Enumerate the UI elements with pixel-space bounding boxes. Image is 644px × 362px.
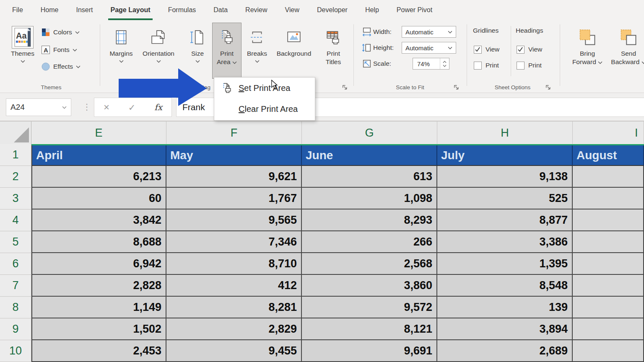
tab-review[interactable]: Review xyxy=(236,0,276,20)
cell-I2[interactable] xyxy=(573,166,644,188)
cell-G9[interactable]: 8,121 xyxy=(302,318,437,340)
row-header-6[interactable]: 6 xyxy=(0,253,31,275)
cell-E9[interactable]: 1,502 xyxy=(31,318,166,340)
page-setup-dialog-launcher[interactable] xyxy=(342,84,348,90)
cell-F5[interactable]: 7,346 xyxy=(166,231,302,253)
cell-G3[interactable]: 1,098 xyxy=(302,188,437,209)
tab-power-pivot[interactable]: Power Pivot xyxy=(388,0,441,20)
cancel-icon[interactable]: × xyxy=(104,102,109,112)
tab-file[interactable]: File xyxy=(3,0,32,20)
colors-button[interactable]: Colors xyxy=(41,25,80,39)
set-print-area-item[interactable]: Set Print Area xyxy=(214,78,315,98)
formula-bar-handle[interactable]: ⋮ xyxy=(83,102,91,112)
cell-F10[interactable]: 9,455 xyxy=(166,340,302,362)
tab-formulas[interactable]: Formulas xyxy=(159,0,205,20)
cell-H9[interactable]: 3,894 xyxy=(437,318,573,340)
cell-F9[interactable]: 2,829 xyxy=(166,318,302,340)
row-header-8[interactable]: 8 xyxy=(0,297,31,318)
tab-home[interactable]: Home xyxy=(32,0,68,20)
enter-icon[interactable]: ✓ xyxy=(128,103,136,112)
breaks-button[interactable]: Breaks xyxy=(245,23,269,80)
cell-G8[interactable]: 9,572 xyxy=(302,297,437,318)
cell-H8[interactable]: 139 xyxy=(437,297,573,318)
cell-I10[interactable] xyxy=(573,340,644,362)
cell-I1[interactable]: August xyxy=(573,145,644,166)
cell-E6[interactable]: 6,942 xyxy=(31,253,166,275)
cell-H7[interactable]: 8,548 xyxy=(437,275,573,297)
cell-I3[interactable] xyxy=(573,188,644,209)
cell-E8[interactable]: 1,149 xyxy=(31,297,166,318)
row-header-1[interactable]: 1 xyxy=(0,144,31,166)
cell-G4[interactable]: 8,293 xyxy=(302,209,437,231)
print-area-button[interactable]: Print Area xyxy=(212,23,242,79)
column-header-I[interactable]: I xyxy=(573,122,644,144)
cell-G1[interactable]: June xyxy=(302,145,437,166)
column-header-H[interactable]: H xyxy=(437,122,573,144)
row-header-10[interactable]: 10 xyxy=(0,340,31,362)
cell-E1[interactable]: April xyxy=(31,145,166,166)
orientation-button[interactable]: Orientation xyxy=(137,23,180,80)
cell-I4[interactable] xyxy=(573,209,644,231)
cell-E10[interactable]: 2,453 xyxy=(31,340,166,362)
effects-button[interactable]: Effects xyxy=(41,59,80,74)
send-backward-button[interactable]: Send Backward xyxy=(608,23,644,80)
cell-F4[interactable]: 9,565 xyxy=(166,209,302,231)
gridlines-print-checkbox[interactable]: Print xyxy=(474,60,499,70)
row-header-5[interactable]: 5 xyxy=(0,231,31,253)
width-select[interactable]: Automatic xyxy=(402,26,456,38)
scale-spinner[interactable]: 74% xyxy=(413,58,449,70)
cell-I7[interactable] xyxy=(573,275,644,297)
cell-I9[interactable] xyxy=(573,318,644,340)
name-box[interactable]: A24 xyxy=(6,98,71,116)
insert-function-icon[interactable]: fx xyxy=(154,102,162,112)
cell-F2[interactable]: 9,621 xyxy=(166,166,302,188)
headings-print-checkbox[interactable]: Print xyxy=(517,60,542,70)
print-titles-button[interactable]: Print Titles xyxy=(320,23,346,80)
scale-to-fit-dialog-launcher[interactable] xyxy=(453,84,460,90)
cell-F8[interactable]: 8,281 xyxy=(166,297,302,318)
column-header-E[interactable]: E xyxy=(31,122,166,144)
row-header-7[interactable]: 7 xyxy=(0,275,31,297)
tab-insert[interactable]: Insert xyxy=(67,0,101,20)
cell-E7[interactable]: 2,828 xyxy=(31,275,166,297)
column-header-F[interactable]: F xyxy=(166,122,302,144)
cell-H3[interactable]: 525 xyxy=(437,188,573,209)
size-button[interactable]: Size xyxy=(186,23,209,80)
row-header-2[interactable]: 2 xyxy=(0,166,31,188)
cell-H4[interactable]: 8,877 xyxy=(437,209,573,231)
height-select[interactable]: Automatic xyxy=(402,42,456,54)
cell-G6[interactable]: 2,568 xyxy=(302,253,437,275)
cell-F1[interactable]: May xyxy=(166,145,302,166)
bring-forward-button[interactable]: Bring Forward xyxy=(570,23,605,80)
sheet-options-dialog-launcher[interactable] xyxy=(545,84,551,90)
cell-I8[interactable] xyxy=(573,297,644,318)
fonts-button[interactable]: A Fonts xyxy=(41,43,77,57)
cell-G7[interactable]: 3,860 xyxy=(302,275,437,297)
tab-view[interactable]: View xyxy=(276,0,308,20)
cell-I5[interactable] xyxy=(573,231,644,253)
cell-E4[interactable]: 3,842 xyxy=(31,209,166,231)
cell-H1[interactable]: July xyxy=(437,145,573,166)
cell-H2[interactable]: 9,138 xyxy=(437,166,573,188)
cell-G10[interactable]: 9,691 xyxy=(302,340,437,362)
headings-view-checkbox[interactable]: View xyxy=(517,44,542,54)
row-header-3[interactable]: 3 xyxy=(0,188,31,209)
cell-G5[interactable]: 266 xyxy=(302,231,437,253)
select-all-corner[interactable] xyxy=(0,122,31,144)
cell-H5[interactable]: 3,386 xyxy=(437,231,573,253)
tab-data[interactable]: Data xyxy=(205,0,236,20)
spinner-arrows[interactable] xyxy=(440,58,449,69)
row-header-9[interactable]: 9 xyxy=(0,318,31,340)
tab-help[interactable]: Help xyxy=(356,0,388,20)
cell-F3[interactable]: 1,767 xyxy=(166,188,302,209)
cell-G2[interactable]: 613 xyxy=(302,166,437,188)
row-header-4[interactable]: 4 xyxy=(0,209,31,231)
clear-print-area-item[interactable]: Clear Print Area xyxy=(214,98,315,119)
cell-I6[interactable] xyxy=(573,253,644,275)
cell-H6[interactable]: 1,395 xyxy=(437,253,573,275)
margins-button[interactable]: Margins xyxy=(109,23,133,80)
cell-F6[interactable]: 8,710 xyxy=(166,253,302,275)
cell-E2[interactable]: 6,213 xyxy=(31,166,166,188)
themes-button[interactable]: Aa Themes xyxy=(8,23,37,80)
tab-developer[interactable]: Developer xyxy=(308,0,356,20)
